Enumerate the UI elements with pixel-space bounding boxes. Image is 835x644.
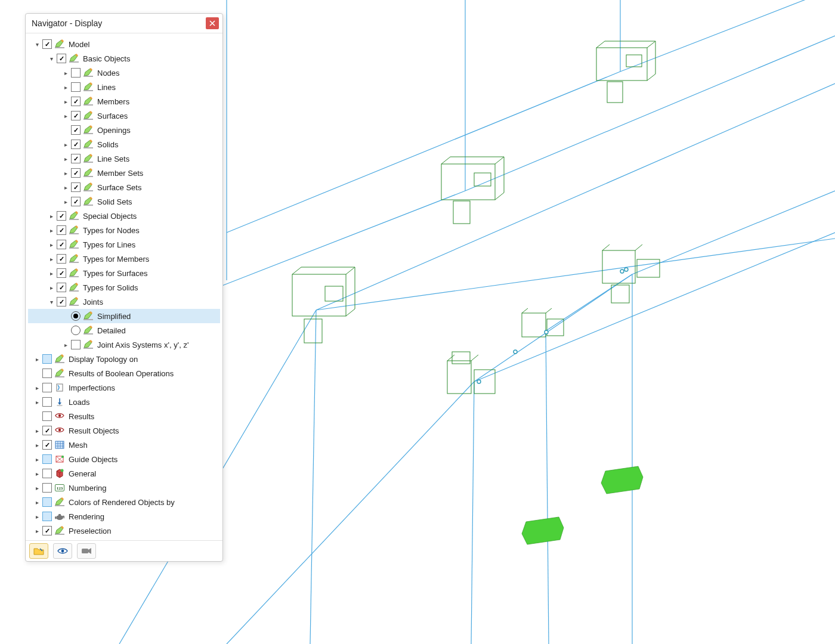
checkbox-lines[interactable] <box>71 82 81 92</box>
tree-item-types-for-lines[interactable]: ▸Types for Lines <box>28 237 220 252</box>
chevron-right-icon[interactable]: ▸ <box>33 470 41 477</box>
tree-item-imperfections[interactable]: ▸Imperfections <box>28 380 220 395</box>
chevron-right-icon[interactable]: ▸ <box>47 270 55 277</box>
close-button[interactable] <box>206 17 219 29</box>
tree-item-surfaces[interactable]: ▸Surfaces <box>28 109 220 123</box>
checkbox-nodes[interactable] <box>71 68 81 78</box>
checkbox-joints[interactable] <box>57 297 66 306</box>
checkbox-numbering[interactable] <box>42 483 52 493</box>
tree-item-detailed[interactable]: ▸Detailed <box>28 323 220 338</box>
chevron-down-icon[interactable]: ▾ <box>47 299 55 305</box>
tree-item-types-for-solids[interactable]: ▸Types for Solids <box>28 280 220 295</box>
checkbox-display-topology-on[interactable] <box>42 354 52 364</box>
checkbox-openings[interactable] <box>71 125 81 135</box>
tree-item-surface-sets[interactable]: ▸Surface Sets <box>28 180 220 194</box>
chevron-right-icon[interactable]: ▸ <box>33 428 41 434</box>
tree-item-result-objects[interactable]: ▸Result Objects <box>28 423 220 438</box>
chevron-right-icon[interactable]: ▸ <box>47 284 55 291</box>
checkbox-loads[interactable] <box>42 397 52 407</box>
checkbox-types-for-lines[interactable] <box>57 240 66 249</box>
footer-btn-views[interactable] <box>77 543 96 559</box>
chevron-right-icon[interactable]: ▸ <box>61 156 70 162</box>
tree[interactable]: ▾Model▾Basic Objects▸Nodes▸Lines▸Members… <box>26 33 222 540</box>
chevron-right-icon[interactable]: ▸ <box>61 70 70 76</box>
chevron-right-icon[interactable]: ▸ <box>61 141 70 148</box>
tree-item-types-for-surfaces[interactable]: ▸Types for Surfaces <box>28 266 220 280</box>
tree-item-simplified[interactable]: ▸Simplified <box>28 309 220 323</box>
tree-item-lines[interactable]: ▸Lines <box>28 80 220 94</box>
radio-simplified[interactable] <box>71 311 81 321</box>
tree-item-general[interactable]: ▸General <box>28 466 220 481</box>
tree-item-joints[interactable]: ▾Joints <box>28 295 220 309</box>
tree-item-types-for-nodes[interactable]: ▸Types for Nodes <box>28 223 220 237</box>
chevron-right-icon[interactable]: ▸ <box>33 499 41 506</box>
checkbox-basic-objects[interactable] <box>57 54 66 63</box>
chevron-right-icon[interactable]: ▸ <box>47 213 55 219</box>
tree-item-preselection[interactable]: ▸Preselection <box>28 524 220 538</box>
tree-item-solids[interactable]: ▸Solids <box>28 137 220 151</box>
chevron-right-icon[interactable]: ▸ <box>61 84 70 91</box>
chevron-right-icon[interactable]: ▸ <box>33 385 41 391</box>
chevron-right-icon[interactable]: ▸ <box>61 113 70 119</box>
chevron-right-icon[interactable]: ▸ <box>47 242 55 248</box>
checkbox-members[interactable] <box>71 97 81 106</box>
tree-item-numbering[interactable]: ▸Numbering <box>28 481 220 495</box>
checkbox-mesh[interactable] <box>42 440 52 450</box>
tree-item-colors-of-rendered-objects-by[interactable]: ▸Colors of Rendered Objects by <box>28 495 220 509</box>
checkbox-solids[interactable] <box>71 140 81 149</box>
footer-btn-display[interactable] <box>53 543 72 559</box>
tree-item-rendering[interactable]: ▸Rendering <box>28 509 220 524</box>
chevron-down-icon[interactable]: ▾ <box>47 55 55 62</box>
checkbox-special-objects[interactable] <box>57 211 66 221</box>
checkbox-types-for-nodes[interactable] <box>57 225 66 235</box>
checkbox-model[interactable] <box>42 39 52 49</box>
chevron-right-icon[interactable]: ▸ <box>61 184 70 191</box>
tree-item-loads[interactable]: ▸Loads <box>28 395 220 409</box>
chevron-right-icon[interactable]: ▸ <box>33 456 41 463</box>
checkbox-types-for-solids[interactable] <box>57 283 66 292</box>
chevron-right-icon[interactable]: ▸ <box>61 342 70 348</box>
tree-item-results[interactable]: ▸Results <box>28 409 220 423</box>
checkbox-results-of-boolean-operations[interactable] <box>42 369 52 378</box>
chevron-right-icon[interactable]: ▸ <box>33 356 41 363</box>
tree-item-display-topology-on[interactable]: ▸Display Topology on <box>28 352 220 366</box>
tree-item-guide-objects[interactable]: ▸Guide Objects <box>28 452 220 466</box>
tree-item-nodes[interactable]: ▸Nodes <box>28 66 220 80</box>
tree-item-line-sets[interactable]: ▸Line Sets <box>28 151 220 166</box>
checkbox-types-for-surfaces[interactable] <box>57 268 66 278</box>
tree-item-mesh[interactable]: ▸Mesh <box>28 438 220 452</box>
checkbox-joint-axis-systems-x-y-z-[interactable] <box>71 340 81 349</box>
chevron-right-icon[interactable]: ▸ <box>33 485 41 491</box>
chevron-right-icon[interactable]: ▸ <box>33 513 41 520</box>
checkbox-guide-objects[interactable] <box>42 454 52 464</box>
checkbox-types-for-members[interactable] <box>57 254 66 264</box>
chevron-right-icon[interactable]: ▸ <box>33 528 41 534</box>
tree-item-joint-axis-systems-x-y-z-[interactable]: ▸Joint Axis Systems x', y', z' <box>28 338 220 352</box>
checkbox-solid-sets[interactable] <box>71 197 81 206</box>
chevron-right-icon[interactable]: ▸ <box>47 227 55 234</box>
tree-item-openings[interactable]: ▸Openings <box>28 123 220 137</box>
checkbox-surface-sets[interactable] <box>71 182 81 192</box>
checkbox-imperfections[interactable] <box>42 383 52 392</box>
chevron-right-icon[interactable]: ▸ <box>61 170 70 177</box>
radio-detailed[interactable] <box>71 326 81 335</box>
chevron-right-icon[interactable]: ▸ <box>47 256 55 262</box>
footer-btn-project[interactable] <box>29 543 48 559</box>
tree-item-basic-objects[interactable]: ▾Basic Objects <box>28 51 220 66</box>
checkbox-result-objects[interactable] <box>42 426 52 435</box>
tree-item-members[interactable]: ▸Members <box>28 94 220 109</box>
tree-item-member-sets[interactable]: ▸Member Sets <box>28 166 220 180</box>
checkbox-member-sets[interactable] <box>71 168 81 178</box>
tree-item-types-for-members[interactable]: ▸Types for Members <box>28 252 220 266</box>
tree-item-solid-sets[interactable]: ▸Solid Sets <box>28 194 220 209</box>
checkbox-general[interactable] <box>42 469 52 478</box>
chevron-right-icon[interactable]: ▸ <box>61 199 70 205</box>
chevron-right-icon[interactable]: ▸ <box>61 98 70 105</box>
tree-item-results-of-boolean-operations[interactable]: ▸Results of Boolean Operations <box>28 366 220 380</box>
checkbox-rendering[interactable] <box>42 512 52 521</box>
chevron-down-icon[interactable]: ▾ <box>33 41 41 48</box>
checkbox-colors-of-rendered-objects-by[interactable] <box>42 497 52 507</box>
tree-item-model[interactable]: ▾Model <box>28 37 220 51</box>
chevron-right-icon[interactable]: ▸ <box>33 442 41 448</box>
checkbox-results[interactable] <box>42 411 52 421</box>
